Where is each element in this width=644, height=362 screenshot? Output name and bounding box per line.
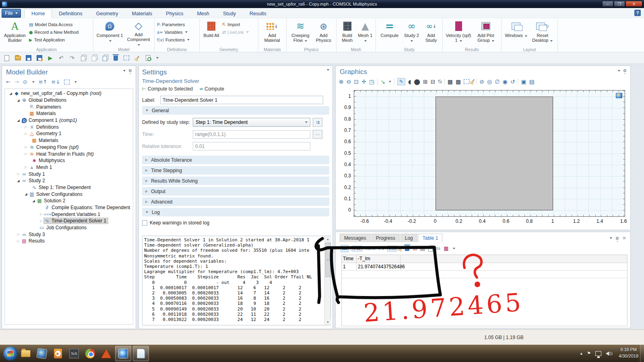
zoom-selected-icon[interactable] bbox=[464, 79, 469, 84]
start-button[interactable] bbox=[3, 346, 18, 361]
tray-expand-icon[interactable]: ▴ bbox=[580, 351, 583, 356]
time-input[interactable]: range(0,0.1,1) bbox=[193, 130, 310, 139]
plot-area[interactable]: -0.6 -0.4 -0.2 0 0.2 0.4 0.6 0.8 1 1.2 1… bbox=[336, 87, 630, 230]
chevron-down-icon[interactable] bbox=[389, 81, 391, 82]
section-log[interactable]: ▼Log bbox=[142, 208, 329, 216]
tab-messages[interactable]: Messages bbox=[340, 234, 371, 242]
import-button[interactable]: ⇱Import bbox=[222, 21, 249, 28]
taskbar-matlab[interactable] bbox=[98, 346, 114, 361]
relative-tolerance-input[interactable]: 0.01 bbox=[193, 142, 310, 150]
tab-materials[interactable]: Materials bbox=[125, 9, 159, 18]
add-material-button[interactable]: ↓ Add Material bbox=[261, 19, 283, 47]
build-all-button[interactable]: Build All bbox=[202, 19, 221, 47]
paste-icon[interactable] bbox=[90, 54, 97, 62]
tree-item-parameters[interactable]: PᵢParameters bbox=[5, 103, 133, 110]
expand-all-icon[interactable]: ≡↓ bbox=[52, 79, 60, 85]
taskbar-comsol-running[interactable] bbox=[115, 346, 131, 361]
scene-shape-2-icon[interactable]: ⬤ bbox=[414, 78, 420, 85]
scroll-thumb[interactable]: ≡ bbox=[325, 243, 330, 277]
parameters-button[interactable]: PᵢParameters bbox=[157, 21, 190, 28]
hide-objects-icon[interactable]: ⊘ bbox=[479, 78, 484, 85]
build-mesh-button[interactable]: Build Mesh bbox=[339, 19, 355, 47]
scene-shape-1-icon[interactable]: ◖ bbox=[408, 78, 411, 85]
run-icon[interactable]: ▶ bbox=[47, 54, 54, 62]
show-eye-icon[interactable]: ⊙ bbox=[23, 79, 27, 85]
table-statistics-icon[interactable]: ▮▮▮ bbox=[341, 245, 349, 252]
tree-item-materials-global[interactable]: ▦Materials bbox=[5, 110, 133, 117]
tree-item-study-3[interactable]: ▷∞Study 3 bbox=[5, 231, 133, 238]
select-block-1-icon[interactable]: ▩ bbox=[448, 78, 453, 85]
range-button[interactable]: ⋯ bbox=[313, 130, 322, 139]
geometry-rectangle[interactable] bbox=[436, 97, 553, 210]
tab-home[interactable]: Home bbox=[24, 9, 52, 18]
panel-menu-icon[interactable] bbox=[123, 70, 126, 72]
pin-icon[interactable] bbox=[129, 69, 132, 72]
taskbar-chrome[interactable] bbox=[82, 346, 98, 361]
tree-item-definitions[interactable]: ▷≡Definitions bbox=[5, 123, 133, 130]
add-component-button[interactable]: ◇ Add Component bbox=[125, 19, 152, 47]
undo-icon[interactable]: ↶ bbox=[58, 54, 65, 62]
defined-by-dropdown[interactable]: Step 1: Time Dependent bbox=[193, 118, 310, 127]
precision-button[interactable]: 8-12 bbox=[352, 246, 362, 251]
creeping-flow-button[interactable]: ≋ Creeping Flow bbox=[289, 19, 312, 47]
save-icon[interactable] bbox=[25, 54, 32, 62]
taskbar-comsol-shortcut[interactable] bbox=[34, 346, 50, 361]
tree-item-study-1[interactable]: ▷∞Study 1 bbox=[5, 171, 133, 177]
tab-mesh[interactable]: Mesh bbox=[190, 9, 216, 18]
tab-study[interactable]: Study bbox=[216, 9, 243, 18]
taskbar-explorer[interactable] bbox=[18, 346, 34, 361]
tree-item-root[interactable]: ◢◆new_set_upfor_ra6 - Copy.mph(root) bbox=[5, 90, 133, 97]
find-icon[interactable] bbox=[144, 54, 152, 62]
tree-item-materials[interactable]: ▦Materials bbox=[5, 137, 133, 144]
save-as-icon[interactable] bbox=[36, 54, 43, 62]
tab-table-1[interactable]: Table 1 bbox=[418, 234, 443, 242]
reset-desktop-button[interactable]: ↻ Reset Desktop bbox=[530, 19, 555, 47]
view-hidden-icon[interactable]: ∅ bbox=[495, 78, 500, 85]
copy-table-icon[interactable] bbox=[428, 247, 433, 252]
tree-item-creeping-flow[interactable]: ▷≋Creeping Flow(spf) bbox=[5, 144, 133, 151]
table-row[interactable]: 1 21.974074437526486 bbox=[342, 263, 627, 271]
solver-log-text[interactable]: Time-Dependent Solver 1 in Solution 2 st… bbox=[144, 237, 324, 325]
chevron-down-icon[interactable] bbox=[74, 81, 77, 83]
tree-item-step-1-time-dependent[interactable]: ∿Step 1: Time Dependent bbox=[5, 184, 133, 191]
open-file-icon[interactable] bbox=[14, 54, 21, 62]
record-new-method-button[interactable]: ●Record a New Method bbox=[29, 29, 78, 35]
tree-item-mesh-1[interactable]: ▷▲Mesh 1 bbox=[5, 164, 133, 171]
clear-table-icon[interactable] bbox=[399, 246, 403, 251]
tab-log[interactable]: Log bbox=[400, 234, 417, 242]
livelink-button[interactable]: ⇄LiveLink bbox=[222, 29, 249, 35]
zoom-in-icon[interactable]: ⊕ bbox=[339, 78, 344, 85]
add-table-icon[interactable]: ⊞ bbox=[413, 245, 417, 251]
section-general[interactable]: ▼General bbox=[142, 106, 329, 115]
tab-progress[interactable]: Progress bbox=[372, 234, 400, 242]
tree-item-multiphysics[interactable]: ∗Multiphysics bbox=[5, 157, 133, 164]
export-table-icon[interactable]: ⇰ bbox=[436, 245, 440, 251]
tab-results[interactable]: Results bbox=[243, 9, 273, 18]
scene-shape-4-icon[interactable]: ⊟ bbox=[431, 78, 436, 85]
zoom-box-icon[interactable]: ⊡ bbox=[354, 78, 359, 85]
tree-item-job-configurations[interactable]: ▭Job Configurations bbox=[5, 224, 133, 231]
collapse-all-icon[interactable]: ≡↑ bbox=[39, 79, 47, 85]
cell-time[interactable]: 1 bbox=[342, 263, 357, 270]
section-output[interactable]: ▶Output bbox=[142, 187, 329, 195]
compute-button-small[interactable]: = Compute bbox=[199, 86, 224, 92]
tree-item-study-2[interactable]: ◢∞Study 2 bbox=[5, 177, 133, 184]
copy-icon[interactable] bbox=[79, 54, 87, 62]
tree-item-component-1[interactable]: ◢ΩComponent 1(comp1) bbox=[5, 117, 133, 124]
go-to-node-icon[interactable] bbox=[64, 80, 70, 84]
windows-button[interactable]: Windows bbox=[504, 19, 528, 47]
print-icon[interactable]: ▤ bbox=[529, 78, 535, 85]
fit-window-icon[interactable]: ◳ bbox=[369, 78, 374, 85]
volume-icon[interactable]: ))) bbox=[606, 352, 613, 356]
table-display-icon[interactable]: ▦ bbox=[444, 245, 448, 251]
col-header-t-lm[interactable]: -T_lm bbox=[357, 255, 400, 263]
no-symmetry-icon[interactable]: ⍉ bbox=[438, 78, 441, 85]
reset-hiding-icon[interactable]: ↺ bbox=[510, 78, 515, 85]
tree-item-dependent-variables[interactable]: ▷u,v,wDependent Variables 1 bbox=[5, 211, 133, 218]
view-visible-icon[interactable]: ◎ bbox=[487, 78, 492, 85]
tree-item-results[interactable]: ▷▤Results bbox=[5, 238, 133, 245]
new-file-icon[interactable] bbox=[3, 54, 10, 62]
close-button[interactable]: X bbox=[625, 1, 642, 7]
clear-icon[interactable] bbox=[134, 54, 141, 62]
snapshot-camera-icon[interactable]: ▣ bbox=[521, 78, 526, 85]
